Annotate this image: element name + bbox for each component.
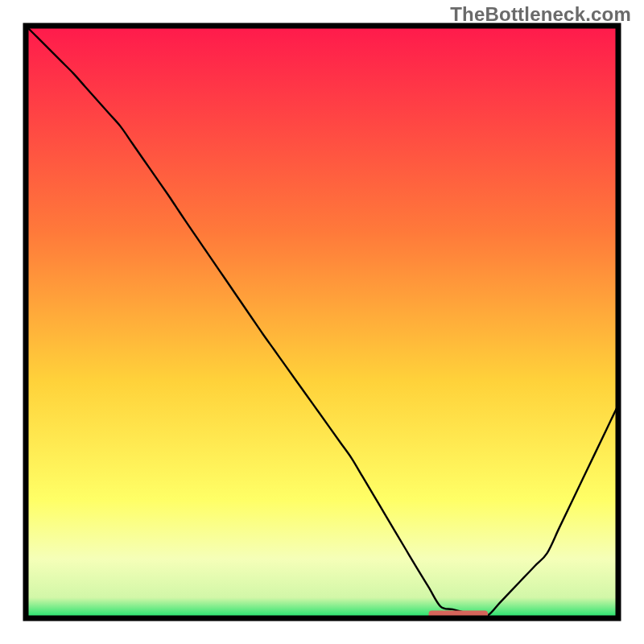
bottleneck-chart (0, 0, 644, 644)
plot-background (26, 26, 618, 618)
chart-stage: TheBottleneck.com (0, 0, 644, 644)
watermark-label: TheBottleneck.com (450, 3, 631, 26)
